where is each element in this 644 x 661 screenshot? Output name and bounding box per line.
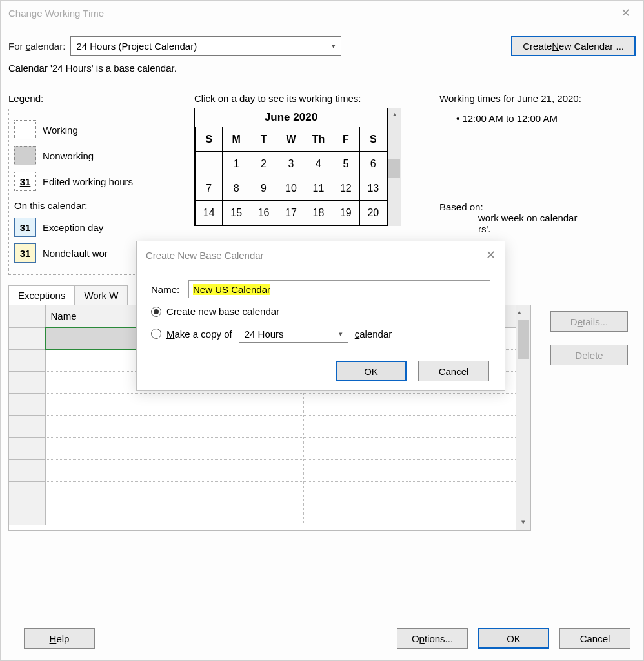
based-on-text-2: rs'. [478,223,491,234]
mini-calendar[interactable]: June 2020 S M T W Th F S [194,108,388,226]
for-calendar-value: 24 Hours (Project Calendar) [76,41,197,52]
legend-edited: Edited working hours [43,176,133,187]
for-calendar-label: For calendar: [8,41,65,52]
name-input-value: New US Calendar [193,284,270,295]
based-on-text-1: work week on calendar [478,212,577,223]
titlebar: Change Working Time ✕ [1,1,643,25]
calendar-month: June 2020 [195,108,387,127]
modal-name-label: Name: [151,284,188,295]
ok-button[interactable]: OK [478,628,549,649]
radio-create-new-label: Create new base calendar [166,306,279,317]
working-times-value: • 12:00 AM to 12:00 AM [456,113,636,124]
legend-nondefault: Nondefault wor [43,248,108,259]
copy-source-dropdown[interactable]: 24 Hours ▾ [239,325,348,343]
create-base-calendar-dialog: Create New Base Calendar ✕ Name: New US … [136,241,505,391]
legend-swatch-exception: 31 [14,218,36,237]
close-icon[interactable]: ✕ [486,248,496,262]
options-button[interactable]: Options... [397,628,468,649]
cancel-button[interactable]: Cancel [559,628,630,649]
close-icon[interactable]: ✕ [616,3,636,23]
based-on-label: Based on: [439,201,636,212]
scroll-up-icon[interactable]: ▴ [393,108,396,120]
help-button[interactable]: Help [24,628,95,649]
radio-make-copy[interactable] [151,329,161,339]
scroll-up-icon[interactable]: ▴ [518,304,521,320]
scroll-down-icon[interactable]: ▾ [521,514,525,530]
modal-title: Create New Base Calendar [146,250,264,261]
radio-make-copy-label: Make a copy of [166,329,232,340]
create-new-calendar-button[interactable]: Create New Calendar ... [511,36,636,56]
change-working-time-dialog: Change Working Time ✕ For calendar: 24 H… [0,0,644,661]
calendar-word: calendar [355,329,392,340]
scroll-thumb[interactable] [388,159,400,178]
calendar-click-label: Click on a day to see its working times: [194,93,420,104]
legend-title: Legend: [8,93,194,104]
calendar-table: S M T W Th F S 1 2 [195,127,387,225]
grid-scrollbar[interactable]: ▴ ▾ [516,305,530,530]
dialog-footer: Help Options... OK Cancel [1,616,643,660]
working-times-title: Working times for June 21, 2020: [439,93,636,104]
delete-button[interactable]: Delete [550,345,628,365]
modal-cancel-button[interactable]: Cancel [418,361,489,381]
legend-swatch-nondefault: 31 [14,243,36,263]
tab-exceptions[interactable]: Exceptions [8,285,75,305]
legend-swatch-working [14,120,36,139]
legend-working: Working [43,125,78,136]
dialog-title: Change Working Time [8,8,104,19]
legend-nonworking: Nonworking [43,150,94,161]
calendar-hint: Calendar '24 Hours' is a base calendar. [8,63,636,74]
calendar-scrollbar[interactable]: ▴ [388,108,401,226]
scroll-thumb[interactable] [518,320,529,359]
grid-corner [9,305,45,327]
legend-exception: Exception day [43,222,103,233]
details-button[interactable]: Details... [550,311,628,332]
for-calendar-dropdown[interactable]: 24 Hours (Project Calendar) ▾ [70,36,341,56]
chevron-down-icon: ▾ [332,42,336,50]
tab-work-weeks[interactable]: Work W [74,285,128,305]
legend-swatch-nonworking [14,146,36,165]
name-input[interactable]: New US Calendar [188,280,490,298]
chevron-down-icon: ▾ [339,330,343,338]
legend-swatch-edited: 31 [14,172,36,191]
legend-sub: On this calendar: [14,200,188,211]
modal-ok-button[interactable]: OK [336,361,407,381]
radio-create-new[interactable] [151,307,161,317]
